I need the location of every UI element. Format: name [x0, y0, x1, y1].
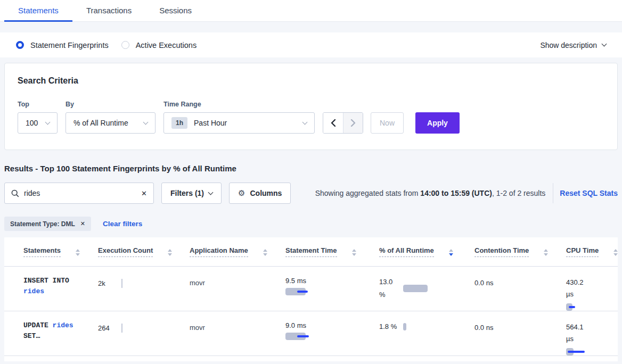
table-row: INSERT INTO rides 2k movr 9.5 ms 13.0 % …: [4, 267, 618, 311]
col-header-contention-time[interactable]: Contention Time: [474, 246, 566, 257]
filter-chip-row: Statement Type: DML ✕ Clear filters: [4, 217, 618, 231]
execution-count-value: 264: [98, 324, 121, 332]
time-range-badge: 1h: [171, 117, 187, 129]
time-range-select[interactable]: 1h Past Hour: [163, 112, 315, 134]
runtime-pct-bar: [403, 323, 430, 330]
col-header-runtime-pct[interactable]: % of All Runtime: [379, 246, 474, 257]
tab-statements[interactable]: Statements: [4, 0, 72, 22]
col-header-statement-time[interactable]: Statement Time: [285, 246, 379, 257]
runtime-pct-value: 1.8 %: [379, 320, 399, 333]
col-header-cpu-time[interactable]: CPU Time: [566, 246, 618, 257]
statement-time-bar: [285, 333, 379, 340]
search-input[interactable]: [24, 189, 141, 197]
show-description-toggle[interactable]: Show description: [540, 41, 606, 49]
page-tabs: Statements Transactions Sessions: [0, 0, 622, 22]
runtime-pct-bar: [403, 285, 430, 292]
view-mode-radio-group: Statement Fingerprints Active Executions: [16, 41, 197, 49]
stats-summary: Showing aggregated stats from 14:00 to 1…: [291, 189, 545, 197]
by-label: By: [66, 101, 156, 108]
chevron-down-icon: [208, 190, 214, 195]
remove-filter-icon[interactable]: ✕: [80, 220, 85, 227]
now-button[interactable]: Now: [371, 112, 404, 134]
application-name-cell: movr: [190, 276, 285, 287]
statements-table: Statements Execution Count Application N…: [4, 237, 618, 361]
application-name-cell: movr: [190, 320, 285, 332]
search-criteria-card: Search Criteria Top 100 By % of All Runt…: [4, 63, 618, 150]
cpu-time-value: 564.1 µs: [566, 321, 587, 345]
sort-icon[interactable]: [352, 248, 356, 256]
statement-time-bar: [285, 288, 379, 295]
clear-filters-link[interactable]: Clear filters: [103, 220, 142, 228]
prev-time-button[interactable]: [323, 113, 343, 133]
radio-label: Active Executions: [136, 41, 197, 49]
top-select[interactable]: 100: [18, 112, 58, 134]
runtime-pct-cell: 1.8 %: [379, 320, 474, 333]
by-select[interactable]: % of All Runtime: [66, 112, 156, 134]
execution-count-cell: 2k: [98, 276, 190, 288]
statement-text: SET…: [23, 332, 40, 340]
chevron-down-icon: [302, 119, 308, 125]
cpu-time-bar: [566, 348, 613, 355]
radio-unselected-icon: [121, 41, 129, 49]
execution-count-bar: [121, 324, 122, 333]
contention-time-cell: 0.0 ns: [474, 320, 566, 332]
time-range-label: Time Range: [163, 101, 315, 108]
radio-selected-icon: [16, 41, 24, 49]
radio-statement-fingerprints[interactable]: Statement Fingerprints: [16, 41, 109, 49]
filters-label: Filters (1): [170, 189, 204, 197]
divider: [553, 183, 553, 203]
cpu-time-bar: [566, 303, 613, 311]
col-header-label: Statements: [23, 246, 61, 257]
col-header-execution-count[interactable]: Execution Count: [98, 246, 190, 257]
sort-icon[interactable]: [76, 248, 80, 256]
reset-sql-stats-link[interactable]: Reset SQL Stats: [560, 189, 618, 197]
statement-link[interactable]: rides: [53, 321, 73, 329]
statement-text: UPDATE: [23, 321, 53, 329]
gear-icon: ⚙: [238, 188, 245, 198]
execution-count-cell: 264: [98, 320, 190, 333]
runtime-pct-cell: 13.0 %: [379, 276, 474, 301]
time-range-value: Past Hour: [194, 119, 227, 127]
table-row: UPDATE rides SET… 264 movr 9.0 ms 1.8 % …: [4, 311, 618, 356]
radio-label: Statement Fingerprints: [30, 41, 109, 49]
statement-cell[interactable]: INSERT INTO rides: [23, 276, 98, 297]
sort-icon[interactable]: [544, 248, 548, 256]
sort-icon[interactable]: [613, 248, 618, 256]
next-time-button[interactable]: [343, 113, 363, 133]
col-header-label: Contention Time: [474, 246, 529, 257]
sort-icon[interactable]: [168, 248, 172, 256]
contention-time-cell: 0.0 ns: [474, 276, 566, 287]
clear-search-icon[interactable]: ✕: [141, 189, 147, 197]
col-header-label: % of All Runtime: [379, 246, 434, 257]
sort-icon[interactable]: [263, 248, 267, 256]
sort-icon-active[interactable]: [449, 248, 453, 256]
statement-time-value: 9.0 ms: [285, 321, 379, 329]
filter-chip-label: Statement Type: DML: [10, 220, 75, 228]
tab-sessions[interactable]: Sessions: [145, 0, 206, 22]
by-field: By % of All Runtime: [66, 101, 156, 134]
cpu-time-cell: 564.1 µs: [566, 320, 613, 355]
execution-count-value: 2k: [98, 279, 121, 287]
columns-button[interactable]: ⚙ Columns: [229, 183, 291, 204]
chevron-left-icon: [331, 119, 336, 127]
col-header-application-name[interactable]: Application Name: [190, 246, 285, 257]
table-header-row: Statements Execution Count Application N…: [4, 237, 618, 267]
col-header-statements[interactable]: Statements: [23, 246, 98, 257]
view-mode-bar: Statement Fingerprints Active Executions…: [0, 32, 622, 57]
apply-button[interactable]: Apply: [415, 112, 460, 134]
tab-transactions[interactable]: Transactions: [72, 0, 145, 22]
statement-link[interactable]: rides: [23, 287, 44, 295]
statement-cell[interactable]: UPDATE rides SET…: [23, 320, 98, 342]
filters-button[interactable]: Filters (1): [161, 183, 222, 204]
top-label: Top: [18, 101, 58, 108]
col-header-label: Execution Count: [98, 246, 153, 257]
chevron-right-icon: [350, 119, 356, 127]
statement-time-cell: 9.0 ms: [285, 320, 379, 340]
chevron-down-icon: [602, 42, 607, 47]
by-value: % of All Runtime: [73, 119, 128, 127]
filter-chip-statement-type[interactable]: Statement Type: DML ✕: [4, 217, 91, 231]
search-criteria-title: Search Criteria: [18, 76, 604, 86]
stats-suffix: , 1-2 of 2 results: [492, 189, 545, 197]
radio-active-executions[interactable]: Active Executions: [121, 41, 197, 49]
search-icon: [11, 189, 19, 197]
